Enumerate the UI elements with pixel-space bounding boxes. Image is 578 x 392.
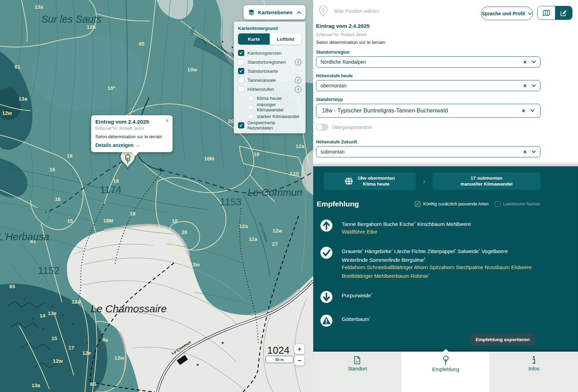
layers-icon: [248, 9, 255, 16]
clear-icon[interactable]: ✕: [523, 60, 527, 65]
checkbox-unchecked-icon[interactable]: [495, 201, 500, 207]
map-label: 12w: [114, 355, 125, 361]
radio-maessiger-klimawandel[interactable]: mässiger Klimawandel: [238, 103, 301, 112]
toggle-knob[interactable]: [316, 124, 323, 131]
chevron-down-icon[interactable]: [532, 84, 536, 87]
checkbox-unchecked-icon[interactable]: [238, 59, 244, 65]
map-zoom-controls: + −: [294, 344, 304, 366]
map-label: 14: [40, 313, 46, 319]
checkbox-unchecked-icon[interactable]: [238, 86, 244, 92]
layer-tannenareale[interactable]: Tannenareale i: [238, 76, 301, 85]
map-label: 12w: [2, 110, 12, 116]
map-label: 18: [172, 218, 178, 224]
species-group-declining: Purpurweide*: [320, 290, 536, 303]
info-icon[interactable]: i: [295, 77, 301, 84]
checkbox-unchecked-icon[interactable]: [238, 77, 244, 83]
clear-icon[interactable]: ✕: [523, 83, 527, 88]
map-label: 18: [130, 211, 136, 217]
entry-author: Erfasser*In: Robert Jenni: [316, 32, 366, 37]
zoom-in-button[interactable]: +: [294, 344, 304, 354]
close-icon[interactable]: ✕: [165, 118, 169, 123]
layer-gespeicherte-nutzerdaten[interactable]: Gespeicherte Nutzerdaten: [238, 121, 301, 130]
map-layers-button[interactable]: Kartenebenen: [244, 5, 306, 19]
hoehenstufe-zukunft-select[interactable]: submontan ✕: [316, 146, 540, 157]
map-view-button[interactable]: [538, 6, 555, 19]
species-line: Purpurweide*: [342, 291, 372, 299]
map-background-switch: Karte Luftbild: [238, 33, 301, 45]
checkbox-checked-icon[interactable]: ✓: [415, 201, 420, 207]
clear-icon[interactable]: ✕: [522, 108, 525, 113]
section-shadow: [313, 162, 578, 166]
filter-latin-names[interactable]: Lateinische Namen: [495, 201, 540, 207]
export-recommendation-button[interactable]: Empfehlung exportieren: [470, 334, 535, 345]
map-label: 13a: [34, 4, 43, 10]
map-label: 18M: [103, 218, 113, 224]
radio-starker-klimawandel[interactable]: starker Klimawandel: [238, 112, 301, 121]
map-icon: [543, 9, 550, 16]
info-icon[interactable]: i: [295, 86, 301, 93]
map-label: 26: [182, 229, 188, 235]
map-label: 18*: [108, 85, 116, 91]
warning-icon: [320, 314, 333, 327]
map-scale-bar: 50 m: [266, 356, 293, 363]
edit-icon: [560, 9, 567, 17]
standortsregion-select[interactable]: Nördliche Randalpen ✕: [316, 56, 540, 68]
field-hoehenstufe-heute: Höhenstufe heute obermontan ✕: [316, 73, 540, 91]
species-group-rising: Tanne Bergahorn Buche Esche† Kirschbaum …: [320, 219, 536, 235]
checkbox-checked-icon[interactable]: [238, 68, 244, 74]
background-option-luftbild[interactable]: Luftbild: [270, 33, 301, 45]
uebergangsstandort-toggle-row: Übergangsstandort: [316, 124, 372, 131]
toggle-label: Übergangsstandort: [332, 125, 372, 130]
radio-icon[interactable]: [248, 113, 254, 119]
map-canvas[interactable]: 13a13h6518w18*6113a12w26181618161518M181…: [0, 0, 313, 392]
layer-kantonsgrenzen[interactable]: Kantonsgrenzen: [238, 48, 301, 57]
map-label: 27: [272, 241, 278, 247]
checkbox-checked-icon[interactable]: [238, 50, 244, 56]
popup-details-link[interactable]: Details anzeigen →: [95, 142, 168, 148]
globe-icon: [345, 177, 353, 186]
language-profile-button[interactable]: Sprache und Profil: [481, 7, 533, 20]
position-hint: Bitte Position wählen: [319, 6, 379, 17]
species-line: Winterlinde Sommerlinde Bergulme†: [342, 255, 532, 264]
hoehenstufe-heute-select[interactable]: obermontan ✕: [316, 80, 540, 91]
chevron-down-icon[interactable]: [530, 109, 535, 112]
radio-icon[interactable]: [248, 104, 254, 110]
map-label: 1153: [220, 196, 242, 207]
tab-standort[interactable]: Standort: [313, 352, 402, 392]
tree-icon: [442, 356, 450, 365]
filter-future-species[interactable]: ✓ Künftig zusätzlich passende Arten: [415, 201, 489, 207]
layer-standortskarte[interactable]: Standortskarte: [238, 66, 301, 76]
edit-view-button[interactable]: [555, 6, 572, 19]
tab-empfehlung[interactable]: Empfehlung: [402, 352, 490, 392]
layer-hoehenstufen[interactable]: Höhenstufen i: [238, 85, 301, 94]
map-label: 13a: [18, 96, 27, 102]
chevron-down-icon[interactable]: [532, 150, 536, 153]
toggle-switch[interactable]: [316, 124, 328, 131]
zoom-out-button[interactable]: −: [294, 355, 304, 366]
layers-button-label: Kartenebenen: [258, 9, 294, 15]
map-entry-popup: Eintrag vom 2.4.2025 Erfasser*In: Robert…: [91, 115, 173, 152]
map-label: 12a: [248, 236, 258, 242]
background-option-karte[interactable]: Karte: [238, 33, 270, 45]
map-label: Le Commun: [247, 187, 302, 198]
standortstyp-select[interactable]: 18w - Typischer Buntreitgras-Tannen-Buch…: [316, 104, 540, 118]
map-label: 1152: [38, 265, 60, 276]
map-label: 12a: [295, 143, 304, 149]
tree-app: 13a13h6518w18*6113a12w26181618161518M181…: [0, 0, 578, 392]
layer-standortsregionen[interactable]: Standortsregionen i: [238, 57, 301, 66]
map-label: 65: [139, 41, 145, 47]
checkbox-checked-icon[interactable]: [238, 122, 244, 128]
info-icon[interactable]: i: [295, 59, 301, 65]
map-label: 8S: [90, 381, 96, 387]
map-label: 8a: [102, 337, 108, 343]
tab-infos[interactable]: Infos: [490, 352, 578, 392]
map-label: 12w: [190, 261, 200, 267]
radio-klima-heute[interactable]: Klima heute: [238, 94, 301, 103]
popup-title: Eintrag vom 2.4.2025: [95, 119, 168, 125]
chevron-down-icon[interactable]: [532, 61, 536, 63]
document-icon: [354, 356, 361, 364]
clear-icon[interactable]: ✕: [523, 149, 527, 155]
comparison-card-future: 17 submontan manueller Klimawandel: [433, 172, 540, 190]
map-label: 16: [55, 196, 61, 202]
radio-icon[interactable]: [248, 95, 254, 101]
